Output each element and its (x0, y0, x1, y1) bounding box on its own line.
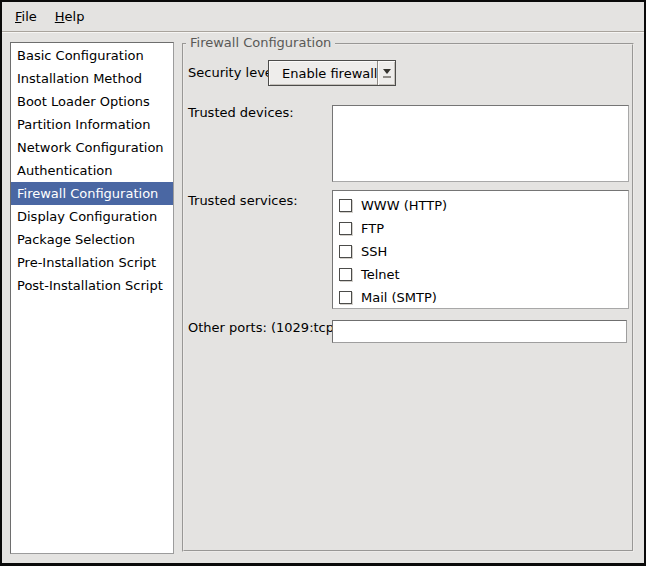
service-label: WWW (HTTP) (361, 198, 447, 213)
frame-title: Firewall Configuration (186, 35, 335, 51)
service-label: FTP (361, 221, 384, 236)
main-content: Basic Configuration Installation Method … (2, 34, 644, 563)
service-label: Mail (SMTP) (361, 290, 437, 305)
security-level-value: Enable firewall (269, 61, 377, 85)
sidebar-item-post-installation-script[interactable]: Post-Installation Script (11, 274, 173, 297)
service-label: Telnet (361, 267, 400, 282)
arrow-bar (383, 76, 391, 78)
service-row-www-http[interactable]: WWW (HTTP) (333, 194, 628, 217)
sidebar-item-installation-method[interactable]: Installation Method (11, 67, 173, 90)
trusted-services-label: Trusted services: (188, 193, 298, 209)
trusted-services-list: WWW (HTTP) FTP SSH Telnet Mail (SMTP) (332, 190, 629, 309)
menu-help[interactable]: Help (46, 5, 94, 28)
checkbox-mail-smtp-unchecked-icon[interactable] (339, 291, 352, 304)
menu-help-mnemonic: H (55, 9, 65, 24)
section-list: Basic Configuration Installation Method … (10, 42, 174, 554)
security-level-dropdown[interactable]: Enable firewall (268, 60, 396, 86)
kickstart-configurator-window: File Help Basic Configuration Installati… (0, 0, 646, 566)
sidebar-item-authentication[interactable]: Authentication (11, 159, 173, 182)
service-row-mail-smtp[interactable]: Mail (SMTP) (333, 286, 628, 309)
sidebar-item-boot-loader-options[interactable]: Boot Loader Options (11, 90, 173, 113)
sidebar-item-firewall-configuration[interactable]: Firewall Configuration (11, 182, 173, 205)
sidebar-item-basic-configuration[interactable]: Basic Configuration (11, 44, 173, 67)
other-ports-label: Other ports: (1029:tcp) (188, 320, 339, 336)
sidebar-item-partition-information[interactable]: Partition Information (11, 113, 173, 136)
menu-help-label: elp (65, 9, 85, 24)
sidebar-item-network-configuration[interactable]: Network Configuration (11, 136, 173, 159)
sidebar-item-pre-installation-script[interactable]: Pre-Installation Script (11, 251, 173, 274)
checkbox-ftp-unchecked-icon[interactable] (339, 222, 352, 235)
checkbox-telnet-unchecked-icon[interactable] (339, 268, 352, 281)
arrow-down-icon (383, 69, 391, 74)
menu-bar: File Help (2, 2, 644, 32)
service-row-telnet[interactable]: Telnet (333, 263, 628, 286)
service-row-ftp[interactable]: FTP (333, 217, 628, 240)
service-row-ssh[interactable]: SSH (333, 240, 628, 263)
sidebar-item-package-selection[interactable]: Package Selection (11, 228, 173, 251)
option-menu-arrow-icon (377, 61, 395, 85)
other-ports-input[interactable] (332, 320, 627, 343)
checkbox-www-http-unchecked-icon[interactable] (339, 199, 352, 212)
trusted-devices-list[interactable] (332, 105, 629, 182)
service-label: SSH (361, 244, 387, 259)
menu-file-label: ile (22, 9, 37, 24)
trusted-devices-label: Trusted devices: (188, 105, 294, 121)
security-level-label: Security level: (188, 65, 281, 81)
sidebar-item-display-configuration[interactable]: Display Configuration (11, 205, 173, 228)
menu-file[interactable]: File (6, 5, 46, 28)
checkbox-ssh-unchecked-icon[interactable] (339, 245, 352, 258)
